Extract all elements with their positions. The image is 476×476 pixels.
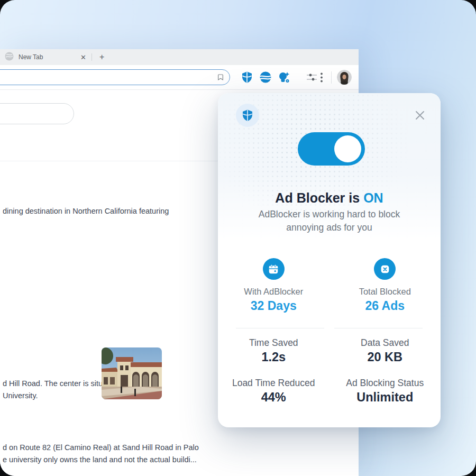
address-bar-input[interactable] — [0, 69, 230, 85]
popup-subtitle-line2: annoying ads for you — [218, 222, 441, 233]
stat-total-blocked: Total Blocked 26 Ads — [329, 258, 441, 313]
stat-value: 1.2s — [218, 350, 329, 364]
user-avatar[interactable] — [337, 70, 352, 85]
idea-extension-icon[interactable] — [278, 71, 290, 84]
secondary-stats-row1: Time Saved 1.2s Data Saved 20 KB — [218, 337, 441, 364]
page-paragraph-bottom: d on Route 82 (El Camino Real) at Sand H… — [3, 442, 199, 466]
blocked-ad-icon — [374, 258, 396, 280]
stat-ad-blocking-status: Ad Blocking Status Unlimited — [329, 378, 441, 405]
page-search-pill[interactable] — [0, 103, 74, 124]
stat-label: Total Blocked — [329, 287, 441, 297]
secondary-stats-row2: Load Time Reduced 44% Ad Blocking Status… — [218, 378, 441, 405]
tune-icon[interactable] — [306, 72, 318, 85]
page-paragraph-top: dining destination in Northern Californi… — [3, 205, 169, 217]
stat-value: Unlimited — [329, 390, 441, 405]
page-paragraph-bottom-line2: e university only owns the land and not … — [3, 454, 199, 466]
primary-stats: With AdBlocker 32 Days Total Blocked 26 … — [218, 258, 441, 313]
page-paragraph-mid-line2: University. — [3, 390, 117, 402]
bookmark-icon[interactable] — [216, 73, 225, 84]
tab-favicon-globe-icon — [5, 52, 14, 63]
stat-label: Data Saved — [329, 337, 441, 349]
tab-separator — [91, 53, 92, 61]
stat-data-saved: Data Saved 20 KB — [329, 337, 441, 364]
new-tab-button[interactable]: + — [97, 52, 106, 62]
page-paragraph-bottom-line1: d on Route 82 (El Camino Real) at Sand H… — [3, 442, 199, 454]
popup-subtitle-line1: AdBlocker is working hard to block — [218, 209, 441, 220]
popup-title: Ad Blocker is ON — [218, 190, 441, 206]
shopping-center-photo — [102, 347, 162, 399]
stat-value: 20 KB — [329, 350, 441, 364]
stat-label: With AdBlocker — [218, 287, 329, 297]
tab-bar: New Tab ✕ + — [0, 49, 359, 65]
stat-time-saved: Time Saved 1.2s — [218, 337, 329, 364]
stat-value: 32 Days — [218, 299, 329, 313]
stats-divider-right — [334, 328, 423, 328]
page-paragraph-mid-line1: d Hill Road. The center is situated — [3, 378, 117, 390]
tab-title: New Tab — [19, 53, 78, 61]
stat-value: 44% — [218, 390, 329, 405]
page-paragraph-mid: d Hill Road. The center is situated Univ… — [3, 378, 117, 402]
kebab-menu-icon[interactable] — [318, 72, 325, 85]
tab-new-tab[interactable]: New Tab ✕ — [5, 49, 88, 65]
stat-label: Time Saved — [218, 337, 329, 349]
shield-logo-icon — [236, 104, 259, 127]
adblocker-toggle[interactable] — [298, 132, 365, 166]
stat-label: Ad Blocking Status — [329, 378, 441, 389]
screenshot-canvas: New Tab ✕ + — [0, 0, 476, 476]
stat-label: Load Time Reduced — [218, 378, 329, 389]
shield-extension-icon[interactable] — [241, 71, 253, 84]
close-icon[interactable] — [413, 108, 427, 123]
browser-toolbar — [0, 65, 359, 90]
stat-value: 26 Ads — [329, 299, 441, 313]
popup-title-prefix: Ad Blocker is — [275, 190, 360, 206]
calendar-icon — [263, 258, 285, 280]
popup-title-state: ON — [363, 190, 383, 206]
toolbar-separator — [331, 71, 332, 84]
adblocker-popup: Ad Blocker is ON AdBlocker is working ha… — [218, 93, 441, 427]
stat-load-time-reduced: Load Time Reduced 44% — [218, 378, 329, 405]
tab-close-icon[interactable]: ✕ — [78, 53, 88, 61]
toggle-knob — [334, 135, 361, 162]
globe-extension-icon[interactable] — [259, 71, 272, 84]
stat-with-adblocker: With AdBlocker 32 Days — [218, 258, 329, 313]
stats-divider-left — [236, 328, 324, 328]
